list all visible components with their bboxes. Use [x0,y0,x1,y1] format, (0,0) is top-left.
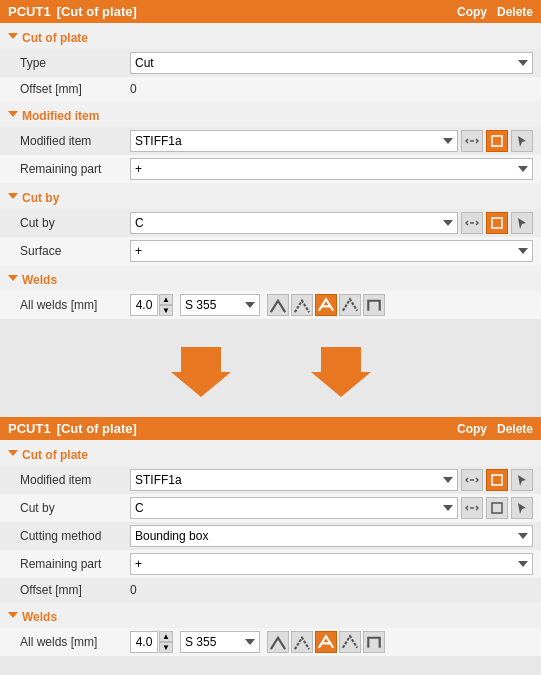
weld-icon-1e[interactable] [363,294,385,316]
panel-2-title: PCUT1 [8,421,51,436]
select-weld-material-1[interactable]: S 355 [180,294,260,316]
weld-icon-1c[interactable] [315,294,337,316]
panel-1-delete-button[interactable]: Delete [497,5,533,19]
weld-stepper-2: 4.0 ▲ ▼ [130,631,173,653]
section-cut-of-plate-2: Cut of plate Modified item STIFF1a [0,444,541,602]
weld-icons-1 [267,294,385,316]
weld-step-down-1[interactable]: ▼ [159,305,173,316]
section-cut-of-plate-triangle [8,33,18,44]
icon-cursor-cutby[interactable] [511,212,533,234]
weld-icon-2b[interactable] [291,631,313,653]
value-modified-item-2: STIFF1a [130,469,533,491]
weld-step-down-2[interactable]: ▼ [159,642,173,653]
section-welds-2-title[interactable]: Welds [0,606,541,628]
row-remaining-part-2: Remaining part + [0,550,541,578]
icon-box-modified[interactable] [486,130,508,152]
row-cut-by: Cut by C [0,209,541,237]
select-remaining-part[interactable]: + [130,158,533,180]
icon-link-cutby-2[interactable] [461,497,483,519]
panel-1: PCUT1 [Cut of plate] Copy Delete Cut of … [0,0,541,319]
weld-icon-2a[interactable] [267,631,289,653]
panel-1-copy-button[interactable]: Copy [457,5,487,19]
section-modified-item-triangle [8,111,18,122]
svg-rect-5 [492,503,502,513]
weld-icon-2d[interactable] [339,631,361,653]
weld-step-up-2[interactable]: ▲ [159,631,173,642]
value-modified-item: STIFF1a [130,130,533,152]
icon-cursor-modified[interactable] [511,130,533,152]
section-modified-item-title[interactable]: Modified item [0,105,541,127]
label-offset-2: Offset [mm] [20,583,130,597]
label-remaining-part: Remaining part [20,162,130,176]
icon-box-cutby-2[interactable] [486,497,508,519]
row-offset: Offset [mm] 0 [0,77,541,101]
value-cut-by-2: C [130,497,533,519]
weld-stepper-btns-1: ▲ ▼ [159,294,173,316]
select-remaining-part-2[interactable]: + [130,553,533,575]
select-surface[interactable]: + [130,240,533,262]
weld-step-up-1[interactable]: ▲ [159,294,173,305]
svg-marker-3 [311,347,371,397]
weld-icon-2c[interactable] [315,631,337,653]
value-offset: 0 [130,82,533,96]
label-remaining-part-2: Remaining part [20,557,130,571]
select-cut-by-2[interactable]: C [130,497,458,519]
row-modified-item: Modified item STIFF1a [0,127,541,155]
select-cut-by[interactable]: C [130,212,458,234]
panel-2-subtitle: [Cut of plate] [57,421,137,436]
text-offset-2: 0 [130,583,137,597]
select-modified-item-2[interactable]: STIFF1a [130,469,458,491]
weld-icon-2e[interactable] [363,631,385,653]
icon-cursor-modified-2[interactable] [511,469,533,491]
label-all-welds-2: All welds [mm] [20,635,130,649]
section-welds-2-triangle [8,612,18,623]
text-offset: 0 [130,82,137,96]
section-cut-by-title[interactable]: Cut by [0,187,541,209]
weld-icon-1a[interactable] [267,294,289,316]
value-all-welds-1: 4.0 ▲ ▼ S 355 [130,294,533,316]
icon-link-modified[interactable] [461,130,483,152]
select-modified-item[interactable]: STIFF1a [130,130,458,152]
select-type[interactable]: Cut [130,52,533,74]
label-modified-item-2: Modified item [20,473,130,487]
arrow-section [0,327,541,417]
weld-icon-1d[interactable] [339,294,361,316]
section-cut-of-plate-label: Cut of plate [22,31,88,45]
arrow-right [311,347,371,397]
panel-2-header: PCUT1 [Cut of plate] Copy Delete [0,417,541,440]
value-surface: + [130,240,533,262]
value-remaining-part-2: + [130,553,533,575]
section-cut-of-plate-2-triangle [8,450,18,461]
row-cut-by-2: Cut by C [0,494,541,522]
select-weld-material-2[interactable]: S 355 [180,631,260,653]
weld-value-1: 4.0 [130,294,158,316]
label-modified-item: Modified item [20,134,130,148]
select-cutting-method[interactable]: Bounding box [130,525,533,547]
weld-icon-1b[interactable] [291,294,313,316]
svg-marker-2 [171,347,231,397]
section-welds-1: Welds All welds [mm] 4.0 ▲ ▼ S 355 [0,269,541,319]
icon-link-cutby[interactable] [461,212,483,234]
panel-2-delete-button[interactable]: Delete [497,422,533,436]
section-cut-by-triangle [8,193,18,204]
value-remaining-part: + [130,158,533,180]
label-surface: Surface [20,244,130,258]
label-offset: Offset [mm] [20,82,130,96]
row-remaining-part: Remaining part + [0,155,541,183]
label-cutting-method: Cutting method [20,529,130,543]
row-all-welds-1: All welds [mm] 4.0 ▲ ▼ S 355 [0,291,541,319]
icon-link-modified-2[interactable] [461,469,483,491]
section-cut-of-plate-title[interactable]: Cut of plate [0,27,541,49]
value-cutting-method: Bounding box [130,525,533,547]
label-cut-by-2: Cut by [20,501,130,515]
icon-box-cutby[interactable] [486,212,508,234]
section-cut-by-label: Cut by [22,191,59,205]
weld-stepper-1: 4.0 ▲ ▼ [130,294,173,316]
panel-2-copy-button[interactable]: Copy [457,422,487,436]
icon-box-modified-2[interactable] [486,469,508,491]
row-modified-item-2: Modified item STIFF1a [0,466,541,494]
svg-rect-1 [492,218,502,228]
icon-cursor-cutby-2[interactable] [511,497,533,519]
section-cut-of-plate-2-title[interactable]: Cut of plate [0,444,541,466]
section-welds-1-title[interactable]: Welds [0,269,541,291]
